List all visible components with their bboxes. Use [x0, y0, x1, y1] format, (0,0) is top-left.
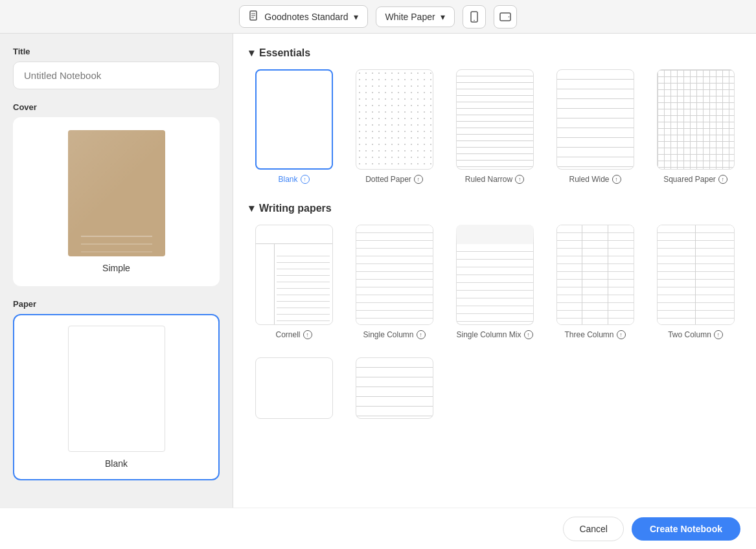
upload-icon-ruled-narrow: ↑: [515, 175, 524, 184]
upload-icon-blank: ↑: [301, 175, 310, 184]
bottom-bar: Cancel Create Notebook: [0, 508, 756, 549]
paper-preview-ruled-narrow: [456, 69, 534, 170]
upload-icon-single-col-mix: ↑: [524, 330, 533, 339]
paper-preview-dotted: [356, 69, 433, 170]
upload-icon-ruled-wide: ↑: [612, 175, 621, 184]
paper-label-single-col-mix: Single Column Mix ↑: [456, 330, 533, 339]
upload-icon-two-col: ↑: [714, 330, 723, 339]
cover-name: Simple: [102, 263, 130, 273]
paper-item-landscape-ruled[interactable]: [349, 357, 439, 419]
paper-preview-cornell: [255, 225, 333, 325]
essentials-section-header[interactable]: ▾ Essentials: [249, 47, 740, 59]
notebook-style-dropdown[interactable]: Goodnotes Standard ▾: [239, 5, 367, 28]
paper-selected-card[interactable]: Blank: [13, 314, 220, 480]
title-section: Title: [13, 47, 220, 89]
paper-label-ruled-wide: Ruled Wide ↑: [569, 175, 621, 184]
writing-papers-label: Writing papers: [259, 203, 332, 214]
paper-item-ruled-narrow[interactable]: Ruled Narrow ↑: [450, 69, 540, 184]
paper-preview-single-col-mix: [456, 225, 534, 325]
three-col-inner: [557, 225, 634, 324]
paper-field-label: Paper: [13, 299, 220, 309]
paper-item-squared[interactable]: Squared Paper ↑: [650, 69, 740, 184]
paper-preview-landscape-ruled: [356, 357, 433, 419]
phone-view-button[interactable]: [463, 5, 486, 28]
cover-thumbnail: [68, 130, 165, 256]
paper-color-chevron: ▾: [441, 12, 445, 22]
cover-field-label: Cover: [13, 102, 220, 112]
paper-label-blank: Blank ↑: [278, 175, 309, 184]
cover-section: Cover Simple: [13, 102, 220, 286]
cancel-button[interactable]: Cancel: [563, 517, 624, 541]
two-col-inner: [658, 225, 734, 324]
essentials-grid: Blank ↑ Dotted Paper ↑ Ruled Narrow ↑: [249, 69, 740, 184]
writing-papers-arrow-icon: ▾: [249, 202, 254, 214]
paper-selected-name: Blank: [105, 458, 128, 469]
upload-icon-single-col: ↑: [417, 330, 426, 339]
left-panel: Title Cover Simple Paper Blank: [0, 34, 233, 508]
writing-papers-grid: Cornell ↑ Single Column ↑ Single: [249, 225, 740, 339]
tablet-view-button[interactable]: [494, 5, 517, 28]
paper-preview-single-col: [356, 225, 433, 325]
paper-item-three-col[interactable]: Three Column ↑: [550, 225, 640, 339]
paper-preview-three-col: [556, 225, 634, 325]
paper-item-blank[interactable]: Blank ↑: [249, 69, 339, 184]
paper-label-two-col: Two Column ↑: [668, 330, 723, 339]
cornell-inner: [256, 225, 332, 324]
single-col-lines: [356, 225, 433, 324]
paper-item-single-col[interactable]: Single Column ↑: [349, 225, 439, 339]
paper-selected-thumbnail: [68, 326, 165, 452]
paper-label-cornell: Cornell ↑: [275, 330, 312, 339]
col-half-1: [658, 225, 696, 324]
notebook-style-label: Goodnotes Standard: [264, 12, 348, 22]
document-icon: [249, 10, 259, 23]
paper-preview-two-col: [657, 225, 735, 325]
paper-label-three-col: Three Column ↑: [564, 330, 625, 339]
paper-preview-landscape-blank: [255, 357, 333, 419]
col-third-2: [582, 225, 608, 324]
title-field-label: Title: [13, 47, 220, 56]
paper-section: Paper Blank: [13, 299, 220, 480]
cornell-lines: [277, 250, 330, 322]
paper-item-cornell[interactable]: Cornell ↑: [249, 225, 339, 339]
col-third-1: [557, 225, 583, 324]
paper-item-landscape-blank[interactable]: [249, 357, 339, 419]
paper-item-ruled-wide[interactable]: Ruled Wide ↑: [550, 69, 640, 184]
top-bar: Goodnotes Standard ▾ White Paper ▾: [0, 0, 756, 34]
paper-item-two-col[interactable]: Two Column ↑: [650, 225, 740, 339]
notebook-style-chevron: ▾: [354, 12, 358, 22]
svg-point-7: [508, 16, 509, 17]
col-half-2: [696, 225, 734, 324]
svg-point-5: [474, 19, 475, 21]
paper-label-ruled-narrow: Ruled Narrow ↑: [465, 175, 524, 184]
create-notebook-button[interactable]: Create Notebook: [632, 517, 740, 541]
upload-icon-cornell: ↑: [303, 330, 312, 339]
col-third-3: [608, 225, 634, 324]
upload-icon-squared: ↑: [718, 175, 727, 184]
paper-preview-blank: [255, 69, 333, 170]
extra-papers-grid: [249, 357, 740, 419]
paper-preview-squared: [657, 69, 735, 170]
paper-color-label: White Paper: [385, 12, 435, 22]
essentials-arrow-icon: ▾: [249, 47, 254, 59]
title-input[interactable]: [13, 62, 220, 89]
upload-icon-dotted: ↑: [414, 175, 423, 184]
upload-icon-three-col: ↑: [617, 330, 626, 339]
paper-item-dotted[interactable]: Dotted Paper ↑: [349, 69, 439, 184]
essentials-label: Essentials: [259, 47, 310, 59]
paper-preview-ruled-wide: [556, 69, 634, 170]
main-layout: Title Cover Simple Paper Blank ▾ Essenti…: [0, 34, 756, 508]
writing-papers-section-header[interactable]: ▾ Writing papers: [249, 202, 740, 214]
paper-item-single-col-mix[interactable]: Single Column Mix ↑: [450, 225, 540, 339]
right-panel: ▾ Essentials Blank ↑ Dotted Paper ↑: [233, 34, 756, 508]
paper-label-single-col: Single Column ↑: [363, 330, 425, 339]
paper-label-dotted: Dotted Paper ↑: [365, 175, 423, 184]
paper-label-squared: Squared Paper ↑: [663, 175, 727, 184]
cover-card[interactable]: Simple: [13, 117, 220, 286]
paper-color-dropdown[interactable]: White Paper ▾: [376, 6, 455, 27]
